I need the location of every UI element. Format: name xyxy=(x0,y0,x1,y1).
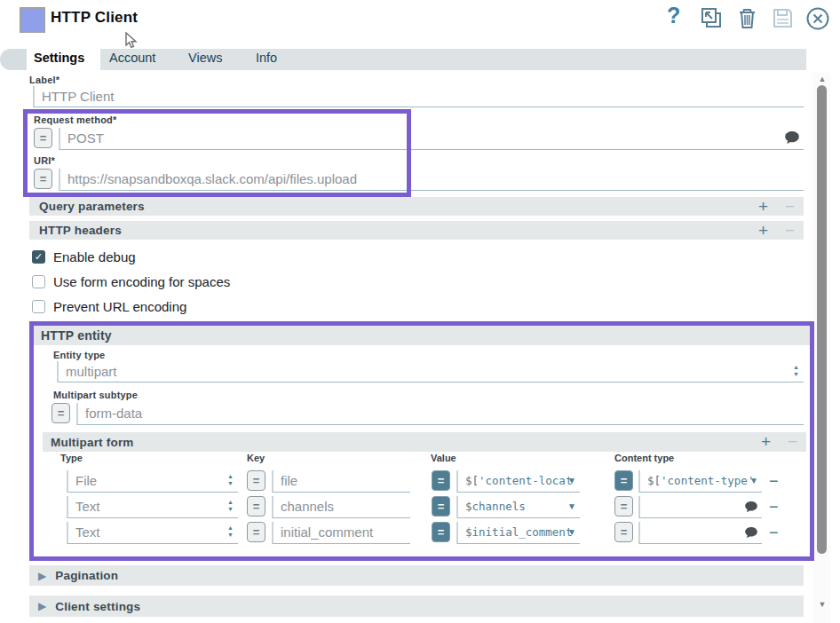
request-method-expression-toggle[interactable]: = xyxy=(34,128,52,148)
row3-content-type-expression-toggle[interactable]: = xyxy=(614,522,633,542)
row3-value-expression-toggle[interactable]: = xyxy=(432,522,450,542)
row1-type-spinner-icon[interactable]: ▲▼ xyxy=(227,473,234,487)
pagination-collapsed-arrow-icon[interactable]: ▶ xyxy=(38,570,46,582)
label-field-value: HTTP Client xyxy=(42,86,804,107)
column-header-content-type: Content type xyxy=(614,453,674,463)
row3-type-select[interactable]: Text ▲▼ xyxy=(67,522,238,544)
row1-value-text: $['content-locat xyxy=(465,470,580,492)
row2-remove-icon[interactable]: − xyxy=(769,496,779,517)
http-entity-section-header[interactable]: HTTP entity xyxy=(34,326,810,345)
uri-expression-toggle[interactable]: = xyxy=(34,169,52,189)
row3-content-type-comment-icon[interactable] xyxy=(744,526,758,541)
row1-key-expression-toggle[interactable]: = xyxy=(247,470,265,491)
uri-input[interactable]: https://snapsandboxqa.slack.com/api/file… xyxy=(59,169,804,191)
label-field-label: Label* xyxy=(29,75,59,85)
scrollbar-up-icon[interactable]: ▲ xyxy=(815,75,829,83)
row2-type-select[interactable]: Text ▲▼ xyxy=(67,496,238,518)
pagination-title: Pagination xyxy=(55,569,118,582)
column-header-key: Key xyxy=(247,453,265,463)
row2-value-input[interactable]: $channels ▼ xyxy=(456,496,580,518)
multipart-form-title: Multipart form xyxy=(51,436,134,449)
row3-key-value: initial_comment xyxy=(281,522,410,543)
tab-account[interactable]: Account xyxy=(109,51,155,65)
row3-remove-icon[interactable]: − xyxy=(769,522,779,543)
http-headers-remove-icon[interactable]: − xyxy=(785,222,795,240)
row1-content-type-dropdown-icon[interactable]: ▼ xyxy=(749,476,758,485)
http-headers-add-icon[interactable]: + xyxy=(758,222,768,240)
tab-views[interactable]: Views xyxy=(188,51,222,65)
pagination-section-header[interactable]: ▶ Pagination xyxy=(29,565,804,586)
row2-key-value: channels xyxy=(281,496,410,517)
row2-key-expression-toggle[interactable]: = xyxy=(247,496,265,517)
close-icon[interactable] xyxy=(805,6,829,30)
row1-remove-icon[interactable]: − xyxy=(769,470,779,492)
prevent-url-encoding-checkbox[interactable] xyxy=(32,300,45,313)
prevent-url-encoding-row: Prevent URL encoding xyxy=(32,299,186,314)
entity-type-value: multipart xyxy=(66,361,804,382)
http-headers-section-header[interactable]: HTTP headers + − xyxy=(29,221,804,240)
form-encoding-row: Use form encoding for spaces xyxy=(32,274,230,289)
multipart-subtype-input[interactable]: form-data xyxy=(76,403,804,425)
tab-info[interactable]: Info xyxy=(256,51,277,65)
row2-content-type-expression-toggle[interactable]: = xyxy=(614,496,633,517)
row1-content-type-text: $['content-type' xyxy=(647,470,762,492)
row1-value-input[interactable]: $['content-locat ▼ xyxy=(456,470,580,493)
row2-content-type-comment-icon[interactable] xyxy=(744,501,758,516)
enable-debug-row: ✓ Enable debug xyxy=(32,249,136,264)
row1-content-type-expression-toggle[interactable]: = xyxy=(614,470,633,491)
open-in-new-window-icon[interactable] xyxy=(700,6,724,30)
multipart-subtype-expression-toggle[interactable]: = xyxy=(52,403,70,423)
row2-type-spinner-icon[interactable]: ▲▼ xyxy=(227,499,234,513)
http-client-dialog: HTTP Client ? Se xyxy=(0,0,840,623)
multipart-form-add-icon[interactable]: + xyxy=(761,433,771,451)
entity-type-label: Entity type xyxy=(53,350,105,360)
row2-value-expression-toggle[interactable]: = xyxy=(432,496,450,517)
save-icon[interactable] xyxy=(771,6,795,30)
row3-key-input[interactable]: initial_comment xyxy=(272,522,410,544)
multipart-subtype-label: Multipart subtype xyxy=(53,390,138,400)
row3-key-expression-toggle[interactable]: = xyxy=(247,522,265,542)
query-parameters-add-icon[interactable]: + xyxy=(758,198,768,216)
label-field-input[interactable]: HTTP Client xyxy=(33,86,804,107)
row3-value-input[interactable]: $initial_comment ▼ xyxy=(456,522,580,544)
row3-type-value: Text xyxy=(75,522,238,543)
row2-key-input[interactable]: channels xyxy=(272,496,410,518)
row2-type-value: Text xyxy=(75,496,238,517)
row3-value-text: $initial_comment xyxy=(465,522,580,543)
column-header-value: Value xyxy=(431,453,456,463)
enable-debug-label: Enable debug xyxy=(53,249,136,264)
tab-settings[interactable]: Settings xyxy=(34,51,84,65)
query-parameters-section-header[interactable]: Query parameters + − xyxy=(29,197,804,216)
row1-key-input[interactable]: file xyxy=(272,470,410,493)
row1-value-dropdown-icon[interactable]: ▼ xyxy=(567,476,576,485)
row3-content-type-input[interactable] xyxy=(638,522,762,544)
form-encoding-checkbox[interactable] xyxy=(32,275,45,288)
column-header-type: Type xyxy=(60,453,83,463)
request-method-value: POST xyxy=(67,128,804,149)
request-method-comment-icon[interactable] xyxy=(784,130,800,148)
row1-key-value: file xyxy=(281,470,410,492)
request-method-label: Request method* xyxy=(34,114,116,125)
entity-type-spinner-icon[interactable]: ▲▼ xyxy=(793,364,799,378)
multipart-form-remove-icon[interactable]: − xyxy=(788,433,797,451)
row2-content-type-input[interactable] xyxy=(638,496,762,518)
client-settings-section-header[interactable]: ▶ Client settings xyxy=(29,595,804,617)
row1-type-select[interactable]: File ▲▼ xyxy=(67,470,238,493)
row3-value-dropdown-icon[interactable]: ▼ xyxy=(567,527,576,537)
row1-value-expression-toggle[interactable]: = xyxy=(432,470,450,491)
enable-debug-checkbox[interactable]: ✓ xyxy=(32,250,45,264)
help-icon[interactable]: ? xyxy=(667,3,680,28)
scrollbar-down-icon[interactable]: ▼ xyxy=(815,600,829,609)
row1-content-type-input[interactable]: $['content-type' ▼ xyxy=(638,470,762,493)
row3-type-spinner-icon[interactable]: ▲▼ xyxy=(227,524,234,539)
row2-value-text: $channels xyxy=(465,496,580,517)
form-encoding-label: Use form encoding for spaces xyxy=(53,274,230,289)
row2-value-dropdown-icon[interactable]: ▼ xyxy=(567,501,576,511)
multipart-form-section-header[interactable]: Multipart form + − xyxy=(43,432,806,452)
delete-icon[interactable] xyxy=(735,6,759,30)
query-parameters-remove-icon[interactable]: − xyxy=(785,198,795,216)
request-method-input[interactable]: POST xyxy=(59,128,804,150)
scrollbar-thumb[interactable] xyxy=(817,85,827,554)
client-settings-collapsed-arrow-icon[interactable]: ▶ xyxy=(38,600,46,612)
entity-type-select[interactable]: multipart ▲▼ xyxy=(57,361,804,382)
